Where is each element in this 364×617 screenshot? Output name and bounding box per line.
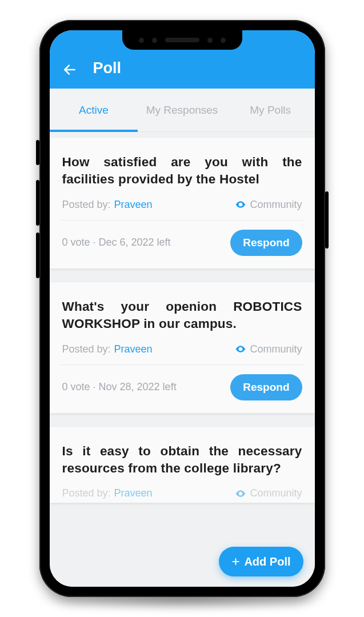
page-title: Poll: [93, 59, 122, 77]
poll-title: How satisfied are you with the facilitie…: [62, 154, 302, 189]
poll-meta: Posted by: Praveen Community: [62, 487, 302, 499]
svg-point-1: [240, 204, 242, 206]
poll-title: What's your openion ROBOTICS WORKSHOP in…: [62, 298, 302, 333]
poll-visibility: Community: [250, 199, 302, 211]
poll-meta: Posted by: Praveen Community: [62, 199, 302, 211]
poll-card[interactable]: How satisfied are you with the facilitie…: [50, 138, 315, 269]
tab-label: My Polls: [250, 104, 291, 117]
poll-vote-info: 0 vote · Nov 28, 2022 left: [62, 381, 177, 393]
posted-by-label: Posted by:: [62, 199, 111, 211]
plus-icon: +: [231, 555, 239, 568]
poll-card[interactable]: Is it easy to obtain the necessary resou…: [50, 427, 315, 503]
poll-visibility: Community: [250, 343, 302, 355]
phone-frame: Poll Active My Responses My Polls How sa…: [39, 20, 325, 597]
tab-my-polls[interactable]: My Polls: [226, 89, 315, 131]
phone-side-button: [36, 140, 39, 165]
divider: [60, 220, 305, 221]
tab-my-responses[interactable]: My Responses: [138, 89, 226, 131]
poll-card[interactable]: What's your openion ROBOTICS WORKSHOP in…: [50, 282, 315, 413]
phone-side-button: [36, 180, 39, 226]
poll-author[interactable]: Praveen: [114, 487, 153, 499]
respond-button[interactable]: Respond: [230, 230, 302, 256]
screen: Poll Active My Responses My Polls How sa…: [50, 30, 315, 587]
poll-meta: Posted by: Praveen Community: [62, 343, 302, 355]
tab-label: My Responses: [146, 104, 218, 117]
eye-icon: [235, 199, 246, 210]
poll-visibility: Community: [250, 487, 302, 499]
eye-icon: [235, 488, 246, 499]
poll-title: Is it easy to obtain the necessary resou…: [62, 443, 302, 478]
posted-by-label: Posted by:: [62, 343, 111, 355]
poll-author[interactable]: Praveen: [114, 343, 153, 355]
eye-icon: [235, 343, 246, 355]
poll-list[interactable]: How satisfied are you with the facilitie…: [50, 132, 315, 587]
add-poll-button[interactable]: + Add Poll: [219, 547, 303, 576]
svg-point-2: [240, 348, 242, 350]
back-arrow-icon[interactable]: [62, 62, 77, 77]
respond-button[interactable]: Respond: [230, 374, 302, 400]
phone-notch: [122, 30, 242, 50]
tab-label: Active: [79, 104, 109, 117]
posted-by-label: Posted by:: [62, 487, 111, 499]
phone-side-button: [36, 233, 39, 278]
add-poll-label: Add Poll: [244, 555, 290, 568]
tab-active[interactable]: Active: [50, 89, 138, 131]
poll-author[interactable]: Praveen: [114, 199, 153, 211]
poll-vote-info: 0 vote · Dec 6, 2022 left: [62, 237, 171, 249]
svg-point-3: [240, 492, 242, 494]
tab-bar: Active My Responses My Polls: [50, 89, 315, 132]
divider: [60, 364, 305, 365]
phone-side-button: [325, 191, 329, 249]
